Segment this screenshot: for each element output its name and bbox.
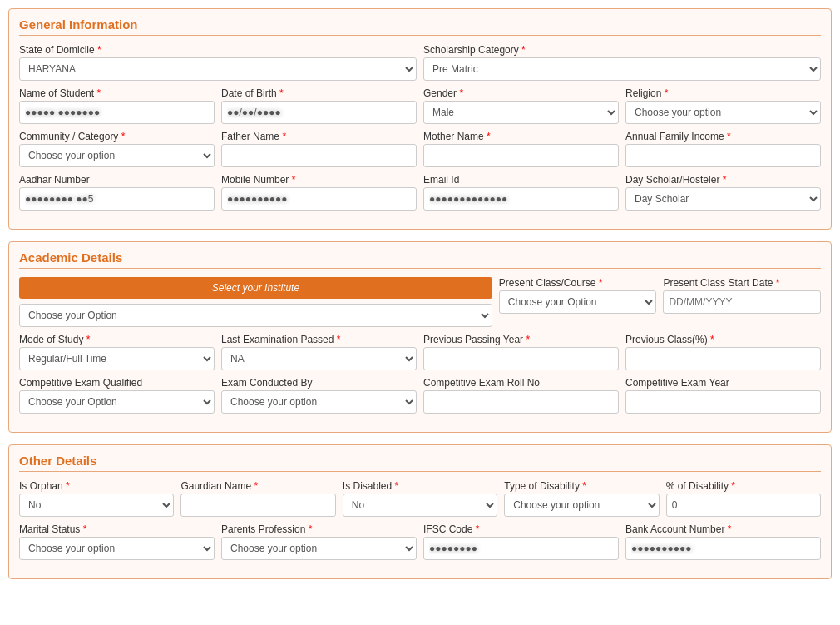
is-disabled-select[interactable]: No [343,494,497,517]
bank-account-input[interactable] [625,537,821,560]
prev-class-pct-group: Previous Class(%) * [625,334,821,370]
community-label: Community / Category * [19,131,215,142]
guardian-name-input[interactable] [180,494,335,517]
community-group: Community / Category * Choose your optio… [19,131,215,167]
name-student-input[interactable] [19,101,215,124]
competitive-roll-input[interactable] [423,390,619,414]
aadhar-input[interactable] [19,187,215,211]
is-orphan-label: Is Orphan * [19,480,174,492]
mobile-input[interactable] [221,187,417,211]
general-information-section: General Information State of Domicile * … [8,8,832,230]
mode-study-label: Mode of Study * [19,334,215,345]
email-group: Email Id [423,174,619,211]
prev-passing-year-input[interactable] [423,347,619,370]
dob-label: Date of Birth * [221,87,417,99]
name-student-label: Name of Student * [19,87,215,99]
disability-type-select[interactable]: Choose your option [504,494,659,517]
present-class-group: Present Class/Course * Choose your Optio… [499,277,657,327]
father-name-input[interactable] [221,144,417,167]
email-input[interactable] [423,187,619,211]
exam-conducted-group: Exam Conducted By Choose your option [221,377,417,414]
ifsc-input[interactable] [423,537,619,560]
prev-passing-year-label: Previous Passing Year * [423,334,619,345]
religion-select[interactable]: Choose your option [625,101,821,124]
exam-conducted-select[interactable]: Choose your option [221,390,417,414]
day-scholar-label: Day Scholar/Hosteler * [625,174,821,186]
ifsc-label: IFSC Code * [423,523,619,535]
marital-status-select[interactable]: Choose your option [19,537,215,560]
row-state-scholarship: State of Domicile * HARYANA Scholarship … [19,44,821,81]
last-exam-label: Last Examination Passed * [221,334,417,345]
disability-type-group: Type of Disability * Choose your option [504,480,659,517]
competitive-roll-group: Competitive Exam Roll No [423,377,619,414]
aadhar-label: Aadhar Number [19,174,215,186]
parents-profession-label: Parents Profession * [221,523,417,535]
disability-pct-input[interactable] [666,494,821,517]
ifsc-group: IFSC Code * [423,523,619,560]
guardian-name-group: Gaurdian Name * [180,480,335,517]
gender-label: Gender * [423,87,619,99]
is-orphan-group: Is Orphan * No [19,480,174,517]
mode-study-group: Mode of Study * Regular/Full Time [19,334,215,370]
present-class-label: Present Class/Course * [499,277,657,289]
mode-study-select[interactable]: Regular/Full Time [19,347,215,370]
disability-type-label: Type of Disability * [504,480,659,492]
state-domicile-select[interactable]: HARYANA [19,57,417,81]
prev-passing-year-group: Previous Passing Year * [423,334,619,370]
community-select[interactable]: Choose your option [19,144,215,167]
aadhar-group: Aadhar Number [19,174,215,211]
is-orphan-select[interactable]: No [19,494,174,517]
gender-select[interactable]: Male [423,101,619,124]
select-institute-button[interactable]: Select your Institute [19,277,492,299]
scholarship-category-label: Scholarship Category * [423,44,821,56]
day-scholar-group: Day Scholar/Hosteler * Day Scholar [625,174,821,211]
academic-details-section: Academic Details Select your Institute C… [8,241,832,433]
row-marital-profession-ifsc-bank: Marital Status * Choose your option Pare… [19,523,821,560]
dob-input[interactable] [221,101,417,124]
academic-title: Academic Details [19,250,821,269]
email-label: Email Id [423,174,619,186]
dob-group: Date of Birth * [221,87,417,124]
mobile-group: Mobile Number * [221,174,417,211]
annual-income-input[interactable] [625,144,821,167]
scholarship-category-select[interactable]: Pre Matric [423,57,821,81]
religion-group: Religion * Choose your option [625,87,821,124]
row-institute-class-date: Select your Institute Choose your Option… [19,277,821,327]
state-domicile-label: State of Domicile * [19,44,417,56]
gender-group: Gender * Male [423,87,619,124]
institute-select[interactable]: Choose your Option [19,304,492,327]
row-competitive: Competitive Exam Qualified Choose your O… [19,377,821,414]
last-exam-group: Last Examination Passed * NA [221,334,417,370]
row-aadhar-mobile-email-dayscholar: Aadhar Number Mobile Number * Email Id D… [19,174,821,211]
competitive-exam-group: Competitive Exam Qualified Choose your O… [19,377,215,414]
marital-status-group: Marital Status * Choose your option [19,523,215,560]
competitive-exam-label: Competitive Exam Qualified [19,377,215,389]
mother-name-input[interactable] [423,144,619,167]
mother-name-label: Mother Name * [423,131,619,142]
present-class-start-input[interactable] [663,290,821,314]
parents-profession-select[interactable]: Choose your option [221,537,417,560]
annual-income-label: Annual Family Income * [625,131,821,142]
father-name-group: Father Name * [221,131,417,167]
general-info-title: General Information [19,17,821,36]
row-mode-lastexam-prevyear-prevpct: Mode of Study * Regular/Full Time Last E… [19,334,821,370]
last-exam-select[interactable]: NA [221,347,417,370]
present-class-start-label: Present Class Start Date * [663,277,821,289]
competitive-year-label: Competitive Exam Year [625,377,821,389]
present-class-select[interactable]: Choose your Option [499,290,657,314]
is-disabled-label: Is Disabled * [343,480,497,492]
prev-class-pct-input[interactable] [625,347,821,370]
other-details-title: Other Details [19,454,821,472]
exam-conducted-label: Exam Conducted By [221,377,417,389]
prev-class-pct-label: Previous Class(%) * [625,334,821,345]
competitive-year-input[interactable] [625,390,821,414]
religion-label: Religion * [625,87,821,99]
competitive-exam-select[interactable]: Choose your Option [19,390,215,414]
bank-account-label: Bank Account Number * [625,523,821,535]
competitive-year-group: Competitive Exam Year [625,377,821,414]
row-community-father-mother-income: Community / Category * Choose your optio… [19,131,821,167]
day-scholar-select[interactable]: Day Scholar [625,187,821,211]
disability-pct-group: % of Disability * [666,480,821,517]
is-disabled-group: Is Disabled * No [343,480,497,517]
marital-status-label: Marital Status * [19,523,215,535]
